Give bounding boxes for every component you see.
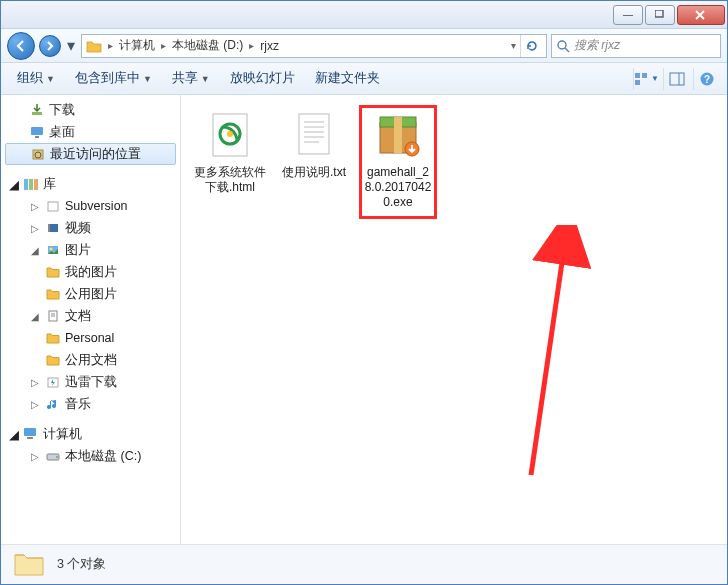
svg-rect-4: [642, 73, 647, 78]
close-button[interactable]: [677, 5, 725, 25]
file-list[interactable]: 更多系统软件下载.html 使用说明.txt: [181, 95, 727, 544]
installer-icon: [368, 109, 428, 161]
breadcrumb-computer[interactable]: 计算机: [119, 37, 155, 54]
folder-icon: [45, 352, 61, 368]
svg-rect-42: [394, 117, 402, 153]
svg-rect-20: [48, 224, 50, 232]
folder-large-icon: [13, 549, 45, 581]
address-bar[interactable]: ▸ 计算机 ▸ 本地磁盘 (D:) ▸ rjxz ▾: [81, 34, 547, 58]
libraries-icon: [23, 176, 39, 192]
breadcrumb-drive[interactable]: 本地磁盘 (D:): [172, 37, 243, 54]
html-file-icon: [200, 109, 260, 161]
collapse-icon[interactable]: ◢: [29, 245, 41, 256]
tree-my-pictures[interactable]: 我的图片: [1, 261, 180, 283]
refresh-icon: [525, 39, 539, 53]
help-button[interactable]: ?: [693, 68, 719, 90]
svg-rect-17: [34, 179, 38, 190]
status-text: 3 个对象: [57, 556, 106, 573]
file-item-html[interactable]: 更多系统软件下载.html: [191, 105, 269, 199]
search-icon: [556, 39, 570, 53]
file-item-txt[interactable]: 使用说明.txt: [275, 105, 353, 184]
tree-subversion[interactable]: ▷Subversion: [1, 195, 180, 217]
maximize-icon: [655, 10, 665, 20]
music-icon: [45, 396, 61, 412]
share-menu[interactable]: 共享 ▼: [164, 66, 218, 91]
tree-personal[interactable]: Personal: [1, 327, 180, 349]
svg-rect-6: [670, 73, 684, 85]
view-options-button[interactable]: ▼: [633, 68, 659, 90]
pictures-icon: [45, 242, 61, 258]
forward-button[interactable]: [39, 35, 61, 57]
close-icon: [695, 10, 707, 20]
tree-videos[interactable]: ▷视频: [1, 217, 180, 239]
svg-line-44: [531, 235, 566, 475]
navigation-tree[interactable]: 下载 桌面 最近访问的位置 ◢ 库 ▷Subversion ▷视频 ◢图片 我的…: [1, 95, 181, 544]
include-in-library-menu[interactable]: 包含到库中 ▼: [67, 66, 160, 91]
svg-rect-27: [24, 428, 36, 436]
help-icon: ?: [699, 71, 715, 87]
arrow-left-icon: [15, 40, 27, 52]
svg-rect-15: [24, 179, 28, 190]
collapse-icon[interactable]: ◢: [29, 311, 41, 322]
view-icon: [634, 72, 649, 86]
svg-rect-28: [27, 437, 33, 439]
titlebar: —: [1, 1, 727, 29]
navigation-bar: ▾ ▸ 计算机 ▸ 本地磁盘 (D:) ▸ rjxz ▾ 搜索 rjxz: [1, 29, 727, 63]
svg-rect-0: [655, 10, 663, 17]
organize-menu[interactable]: 组织 ▼: [9, 66, 63, 91]
tree-music[interactable]: ▷音乐: [1, 393, 180, 415]
folder-icon: [45, 286, 61, 302]
back-button[interactable]: [7, 32, 35, 60]
svg-rect-11: [31, 127, 43, 135]
main-area: 下载 桌面 最近访问的位置 ◢ 库 ▷Subversion ▷视频 ◢图片 我的…: [1, 95, 727, 544]
preview-pane-button[interactable]: [663, 68, 689, 90]
tree-drive-c[interactable]: ▷本地磁盘 (C:): [1, 445, 180, 467]
tree-desktop[interactable]: 桌面: [1, 121, 180, 143]
documents-icon: [45, 308, 61, 324]
svg-point-33: [227, 131, 233, 137]
maximize-button[interactable]: [645, 5, 675, 25]
svg-point-1: [558, 41, 566, 49]
breadcrumb-folder[interactable]: rjxz: [260, 39, 279, 53]
tree-libraries[interactable]: ◢ 库: [1, 173, 180, 195]
tree-public-pictures[interactable]: 公用图片: [1, 283, 180, 305]
txt-file-icon: [284, 109, 344, 161]
address-dropdown[interactable]: ▾: [511, 40, 516, 51]
recent-icon: [30, 146, 46, 162]
tree-computer[interactable]: ◢ 计算机: [1, 423, 180, 445]
tree-documents[interactable]: ◢文档: [1, 305, 180, 327]
svg-rect-10: [32, 112, 42, 115]
tree-recent-places[interactable]: 最近访问的位置: [5, 143, 176, 165]
tree-thunder[interactable]: ▷迅雷下载: [1, 371, 180, 393]
toolbar: 组织 ▼ 包含到库中 ▼ 共享 ▼ 放映幻灯片 新建文件夹 ▼ ?: [1, 63, 727, 95]
new-folder-button[interactable]: 新建文件夹: [307, 66, 388, 91]
svg-text:?: ?: [703, 74, 709, 85]
arrow-right-icon: [45, 41, 55, 51]
svg-line-2: [565, 48, 569, 52]
collapse-icon[interactable]: ◢: [9, 427, 19, 442]
refresh-button[interactable]: [520, 35, 542, 57]
svg-point-30: [56, 456, 58, 458]
svn-icon: [45, 198, 61, 214]
folder-icon: [45, 264, 61, 280]
computer-icon: [23, 426, 39, 442]
collapse-icon[interactable]: ◢: [9, 177, 19, 192]
tree-public-docs[interactable]: 公用文档: [1, 349, 180, 371]
desktop-icon: [29, 124, 45, 140]
minimize-button[interactable]: —: [613, 5, 643, 25]
svg-rect-5: [635, 80, 640, 85]
tree-downloads[interactable]: 下载: [1, 99, 180, 121]
svg-rect-16: [29, 179, 33, 190]
slideshow-button[interactable]: 放映幻灯片: [222, 66, 303, 91]
videos-icon: [45, 220, 61, 236]
folder-icon: [86, 38, 102, 54]
svg-rect-34: [299, 114, 329, 154]
svg-point-22: [50, 248, 53, 251]
search-box[interactable]: 搜索 rjxz: [551, 34, 721, 58]
tree-pictures[interactable]: ◢图片: [1, 239, 180, 261]
download-icon: [29, 102, 45, 118]
pane-icon: [669, 72, 685, 86]
history-dropdown[interactable]: ▾: [65, 32, 77, 60]
file-item-exe-highlighted[interactable]: gamehall_28.0.20170420.exe: [359, 105, 437, 219]
svg-rect-3: [635, 73, 640, 78]
